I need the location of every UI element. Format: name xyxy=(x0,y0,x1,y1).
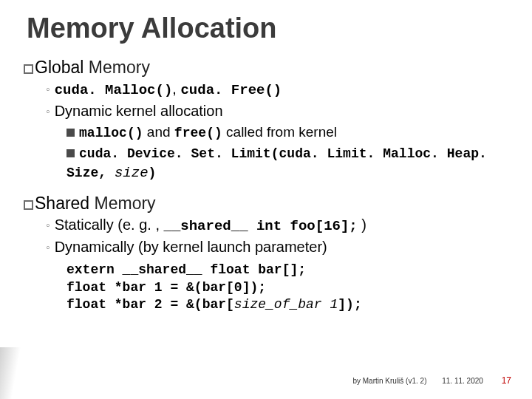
code-malloc: malloc() xyxy=(79,126,143,140)
global-subsub-1: malloc() and free() called from kernel xyxy=(66,123,505,142)
code-size-of-bar1: size_of_bar 1 xyxy=(234,297,338,312)
code-line-1: extern __shared__ float bar[]; xyxy=(66,262,505,279)
global-sub-1: ◦cuda. Malloc(), cuda. Free() xyxy=(46,79,505,100)
memory-word-2: Memory xyxy=(89,194,155,213)
code-close-paren: ) xyxy=(149,166,157,180)
code-block: extern __shared__ float bar[]; float *ba… xyxy=(66,262,505,313)
circle-bullet-icon: ◦ xyxy=(46,241,50,253)
section-shared-heading: Shared Memory xyxy=(24,194,505,214)
and-text: and xyxy=(143,124,174,140)
corner-shadow xyxy=(0,347,21,399)
statically-text: Statically (e. g. , xyxy=(55,216,164,233)
code-line-3: float *bar 2 = &(bar[size_of_bar 1]); xyxy=(66,296,505,313)
footer-author: by Martin Kruliš (v1. 2) xyxy=(352,377,426,385)
memory-word: Memory xyxy=(83,58,149,77)
shared-sub-1: ◦Statically (e. g. , __shared__ int foo[… xyxy=(46,215,505,236)
slide: Memory Allocation Global Memory ◦cuda. M… xyxy=(0,0,532,399)
circle-bullet-icon: ◦ xyxy=(46,105,50,117)
code-free: free() xyxy=(174,126,222,140)
shared-word: Shared xyxy=(35,194,89,213)
global-word: Global xyxy=(35,58,83,77)
code-line-3b: ]); xyxy=(338,297,361,312)
square-fill-bullet-icon xyxy=(66,149,75,157)
circle-bullet-icon: ◦ xyxy=(46,219,50,231)
shared-sub-2: ◦Dynamically (by kernel launch parameter… xyxy=(46,237,505,257)
circle-bullet-icon: ◦ xyxy=(46,83,50,95)
footer: by Martin Kruliš (v1. 2) 11. 11. 2020 17 xyxy=(352,375,511,386)
code-cudafree: cuda. Free() xyxy=(180,82,282,98)
code-line-3a: float *bar 2 = &(bar[ xyxy=(66,297,234,312)
section-global-heading: Global Memory xyxy=(24,58,505,78)
code-shared-foo: __shared__ int foo[16]; xyxy=(164,218,358,234)
called-from-kernel-text: called from kernel xyxy=(222,124,337,140)
global-sub-2: ◦Dynamic kernel allocation xyxy=(46,101,505,121)
dynamic-kernel-alloc-text: Dynamic kernel allocation xyxy=(55,103,223,119)
square-outline-bullet-icon xyxy=(24,200,33,210)
close-paren-text: ) xyxy=(358,216,366,233)
square-fill-bullet-icon xyxy=(66,129,75,137)
global-subsub-2: cuda. Device. Set. Limit(cuda. Limit. Ma… xyxy=(66,143,505,183)
comma-sep: , xyxy=(172,81,180,97)
dynamically-text: Dynamically (by kernel launch parameter) xyxy=(55,239,327,255)
slide-title: Memory Allocation xyxy=(27,13,505,44)
arg-size: size xyxy=(115,165,149,181)
footer-date: 11. 11. 2020 xyxy=(442,377,483,385)
code-cudamalloc: cuda. Malloc() xyxy=(55,82,173,98)
code-line-2: float *bar 1 = &(bar[0]); xyxy=(66,279,505,296)
square-outline-bullet-icon xyxy=(24,64,33,74)
footer-page-number: 17 xyxy=(502,375,511,386)
